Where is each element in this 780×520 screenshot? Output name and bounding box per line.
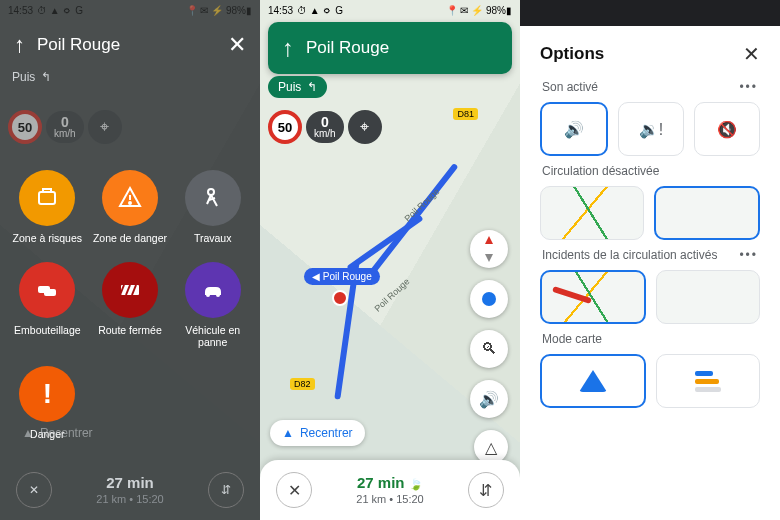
traffic-on-option[interactable] <box>540 186 644 240</box>
road-tag: D82 <box>290 378 315 390</box>
status-time: 14:53 <box>8 5 33 16</box>
eta-block: 27 min 21 km • 15:20 <box>96 474 163 507</box>
up-arrow-icon: ↑ <box>282 34 294 62</box>
stop-sign-icon <box>332 290 348 306</box>
svg-point-2 <box>129 202 131 204</box>
add-stop-button[interactable]: ⌖ <box>348 110 382 144</box>
svg-rect-0 <box>39 192 55 204</box>
status-time: 14:53 <box>268 5 293 16</box>
report-hazard-button[interactable]: △ <box>474 430 508 464</box>
close-button[interactable]: ✕ <box>228 32 246 58</box>
route-options-button[interactable]: ⇵ <box>208 472 244 508</box>
speed-cluster: 50 0 km/h ⌖ <box>268 110 382 144</box>
up-arrow-icon: ↑ <box>14 32 25 58</box>
section-traffic: Circulation désactivée <box>542 164 758 178</box>
road-closed-icon <box>116 276 144 304</box>
sound-alerts-option[interactable]: 🔉! <box>618 102 684 156</box>
hazard-traffic-jam[interactable]: Embouteillage <box>7 262 87 348</box>
overlay-destination: Poil Rouge <box>37 35 120 55</box>
sound-button[interactable]: 🔊 <box>470 380 508 418</box>
status-left-icons: ⏱ ▲ ⭘ G <box>297 5 343 16</box>
current-speed: 0 km/h <box>306 111 344 143</box>
recenter-icon: ▲ <box>22 426 34 440</box>
screen-navigation: 14:53⏱ ▲ ⭘ G 📍 ✉ ⚡ 98%▮ ↑ Poil Rouge Pui… <box>260 0 520 520</box>
speed-cluster: 50 0 km/h ⌖ <box>8 110 122 144</box>
recenter-button[interactable]: ▲ Recentrer <box>270 420 365 446</box>
hazard-danger-zone[interactable]: Zone de danger <box>90 170 170 244</box>
sound-on-option[interactable]: 🔊 <box>540 102 608 156</box>
options-title: Options <box>540 44 604 64</box>
arrowhead-icon <box>579 370 607 392</box>
sound-on-icon: 🔊 <box>564 120 584 139</box>
breakdown-icon <box>199 276 227 304</box>
sound-off-option[interactable]: 🔇 <box>694 102 760 156</box>
hazard-roadworks[interactable]: Travaux <box>173 170 253 244</box>
status-bar: 14:53⏱ ▲ ⭘ G 📍 ✉ ⚡ 98%▮ <box>0 0 260 20</box>
screen-options: Options ✕ Son activé ••• 🔊 🔉! 🔇 Circulat… <box>520 0 780 520</box>
roadworks-icon <box>199 184 227 212</box>
sound-icon: 🔊 <box>479 390 499 409</box>
sound-off-icon: 🔇 <box>717 120 737 139</box>
overlay-header: ↑ Poil Rouge ✕ <box>8 22 252 68</box>
recenter-icon: ▲ <box>282 426 294 440</box>
screen-hazard-report: 14:53⏱ ▲ ⭘ G 📍 ✉ ⚡ 98%▮ 50 0 km/h ⌖ ↑ Po… <box>0 0 260 520</box>
bottom-bar: ✕ 27 min 🍃 21 km • 15:20 ⇵ <box>260 460 520 520</box>
recenter-button[interactable]: ▲ Recentrer <box>10 420 105 446</box>
section-sound: Son activé ••• <box>542 80 758 94</box>
incidents-on-option[interactable] <box>540 270 646 324</box>
mapmode-default-option[interactable] <box>540 354 646 408</box>
route-options-button[interactable]: ⇵ <box>468 472 504 508</box>
direction-banner[interactable]: ↑ Poil Rouge <box>268 22 512 74</box>
incidents-off-option[interactable] <box>656 270 760 324</box>
mic-icon <box>482 292 496 306</box>
satellite-icon <box>695 371 721 392</box>
turn-left-icon: ↰ <box>41 70 51 84</box>
mapmode-options <box>540 354 760 408</box>
sound-alert-icon: 🔉! <box>639 120 663 139</box>
search-button[interactable]: 🔍︎ <box>470 330 508 368</box>
exclamation-icon: ! <box>43 378 52 410</box>
leaf-icon: 🍃 <box>409 478 423 490</box>
mapmode-satellite-option[interactable] <box>656 354 760 408</box>
bottom-bar-ghost: ✕ 27 min 21 km • 15:20 ⇵ <box>0 460 260 520</box>
hazard-vehicle-breakdown[interactable]: Véhicule en panne <box>173 262 253 348</box>
current-speed: 0 km/h <box>46 111 84 143</box>
sound-options: 🔊 🔉! 🔇 <box>540 102 760 156</box>
close-button[interactable]: ✕ <box>743 42 760 66</box>
voice-button[interactable] <box>470 280 508 318</box>
svg-point-11 <box>216 293 220 297</box>
hazard-risk-zone[interactable]: Zone à risques <box>7 170 87 244</box>
close-nav-button[interactable]: ✕ <box>16 472 52 508</box>
danger-zone-icon <box>116 184 144 212</box>
svg-rect-5 <box>44 289 56 296</box>
speed-limit-badge: 50 <box>8 110 42 144</box>
direction-destination: Poil Rouge <box>306 38 389 58</box>
turn-left-icon: ↰ <box>307 80 317 94</box>
hazard-road-closed[interactable]: Route fermée <box>90 262 170 348</box>
more-icon[interactable]: ••• <box>739 248 758 262</box>
traffic-jam-icon <box>33 276 61 304</box>
warning-icon: △ <box>485 438 497 457</box>
status-bar-dark <box>520 0 780 26</box>
svg-point-10 <box>206 293 210 297</box>
section-incidents: Incidents de la circulation activés ••• <box>542 248 758 262</box>
options-sheet: Options ✕ Son activé ••• 🔊 🔉! 🔇 Circulat… <box>528 28 772 520</box>
close-nav-button[interactable]: ✕ <box>276 472 312 508</box>
status-bar: 14:53⏱ ▲ ⭘ G 📍 ✉ ⚡ 98%▮ <box>260 0 520 20</box>
traffic-off-option[interactable] <box>654 186 760 240</box>
svg-point-3 <box>208 189 214 195</box>
search-icon: 🔍︎ <box>481 340 497 358</box>
compass-button[interactable] <box>470 230 508 268</box>
eta-block[interactable]: 27 min 🍃 21 km • 15:20 <box>356 473 423 507</box>
status-left-icons: ⏱ ▲ ⭘ G <box>37 5 83 16</box>
speed-limit-badge: 50 <box>268 110 302 144</box>
options-header: Options ✕ <box>540 42 760 66</box>
status-right-icons: 📍 ✉ ⚡ 98%▮ <box>446 5 512 16</box>
add-stop-button[interactable]: ⌖ <box>88 110 122 144</box>
more-icon[interactable]: ••• <box>739 80 758 94</box>
route-marker-chip: ◀ Poil Rouge <box>304 268 380 285</box>
status-right-icons: 📍 ✉ ⚡ 98%▮ <box>186 5 252 16</box>
overlay-then: Puis ↰ <box>12 70 51 84</box>
then-chip: Puis ↰ <box>268 76 327 98</box>
incident-options <box>540 270 760 324</box>
